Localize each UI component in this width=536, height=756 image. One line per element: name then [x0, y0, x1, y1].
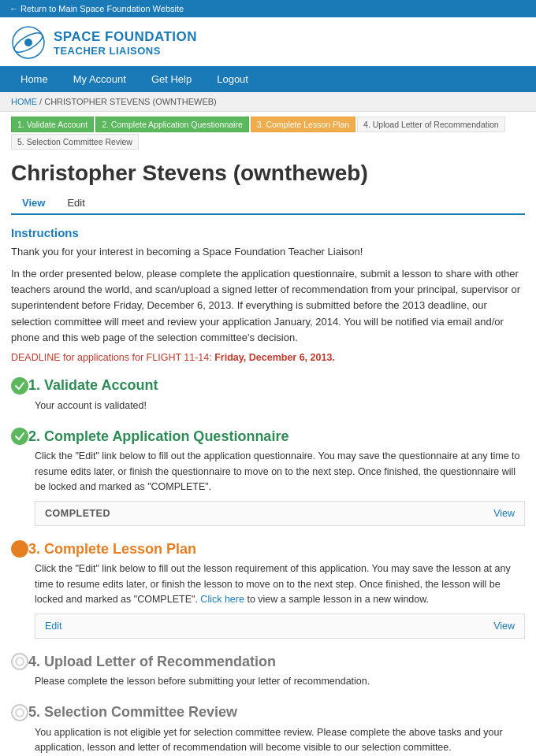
step2-status: COMPLETED	[45, 508, 110, 519]
page-title-area: Christopher Stevens (owntheweb)	[0, 150, 536, 186]
step3-icon	[11, 540, 28, 558]
svg-point-4	[16, 658, 24, 665]
step5-icon	[11, 704, 28, 721]
main-content: Instructions Thank you for your interest…	[0, 215, 536, 756]
step5-title: 5. Selection Committee Review	[28, 704, 237, 721]
breadcrumb-home[interactable]: HOME	[11, 97, 37, 106]
page-title: Christopher Stevens (owntheweb)	[11, 161, 525, 186]
tab-edit[interactable]: Edit	[56, 192, 95, 213]
step3-view-link[interactable]: View	[493, 621, 515, 632]
step3-edit-view-box: Edit View	[35, 613, 525, 639]
step2-title-row: 2. Complete Application Questionnaire	[11, 428, 525, 445]
logo-text: SPACE FOUNDATION TEACHER LIAISONS	[54, 29, 197, 57]
step2-title: 2. Complete Application Questionnaire	[28, 428, 288, 445]
step3-title: 3. Complete Lesson Plan	[28, 541, 196, 558]
step1-section: 1. Validate Account Your account is vali…	[11, 377, 525, 413]
step-bar-item-5[interactable]: 5. Selection Committee Review	[11, 134, 139, 150]
step4-title-row: 4. Upload Letter of Recommendation	[11, 653, 525, 670]
breadcrumb-current: CHRISTOPHER STEVENS (OWNTHEWEB)	[44, 97, 217, 106]
breadcrumb: HOME / CHRISTOPHER STEVENS (OWNTHEWEB)	[0, 92, 536, 112]
step3-body: Click the "Edit" link below to fill out …	[35, 561, 525, 607]
step1-icon	[11, 377, 28, 395]
step2-section: 2. Complete Application Questionnaire Cl…	[11, 428, 525, 526]
step4-title: 4. Upload Letter of Recommendation	[28, 654, 276, 670]
logo-icon	[11, 25, 46, 60]
instructions-heading: Instructions	[11, 226, 525, 239]
nav-logout[interactable]: Logout	[204, 66, 261, 92]
view-edit-tabs: View Edit	[11, 192, 525, 215]
deadline-date: Friday, December 6, 2013.	[214, 352, 335, 363]
step2-icon	[11, 428, 28, 445]
step3-click-here[interactable]: Click here	[200, 594, 244, 605]
step1-title-row: 1. Validate Account	[11, 377, 525, 395]
step5-section: 5. Selection Committee Review You applic…	[11, 704, 525, 756]
step5-body: You application is not eligible yet for …	[35, 725, 525, 756]
step-bar-item-4[interactable]: 4. Upload Letter of Recommendation	[357, 117, 505, 132]
step2-body: Click the "Edit" link below to fill out …	[35, 449, 525, 495]
step3-edit-link[interactable]: Edit	[45, 621, 62, 632]
steps-bar: 1. Validate Account 2. Complete Applicat…	[0, 112, 536, 150]
step5-title-row: 5. Selection Committee Review	[11, 704, 525, 721]
return-link[interactable]: ← Return to Main Space Foundation Websit…	[9, 4, 184, 13]
deadline-text: DEADLINE for applications for FLIGHT 11-…	[11, 352, 525, 363]
step-bar-item-1[interactable]: 1. Validate Account	[11, 117, 94, 132]
step4-section: 4. Upload Letter of Recommendation Pleas…	[11, 653, 525, 689]
step-bar-item-2[interactable]: 2. Complete Application Questionnaire	[95, 117, 249, 132]
nav-my-account[interactable]: My Account	[61, 66, 139, 92]
step4-icon	[11, 653, 28, 670]
instructions-para1: Thank you for your interest in becoming …	[11, 244, 525, 260]
step2-view-link[interactable]: View	[493, 508, 515, 519]
step1-title: 1. Validate Account	[28, 377, 158, 394]
nav-get-help[interactable]: Get Help	[139, 66, 204, 92]
top-bar: ← Return to Main Space Foundation Websit…	[0, 0, 536, 17]
step3-section: 3. Complete Lesson Plan Click the "Edit"…	[11, 540, 525, 639]
logo-line1: SPACE FOUNDATION	[54, 29, 197, 45]
instructions-section: Instructions Thank you for your interest…	[11, 226, 525, 363]
svg-point-3	[16, 545, 24, 553]
deadline-prefix: DEADLINE for applications for FLIGHT 11-…	[11, 352, 214, 363]
instructions-para2: In the order presented below, please com…	[11, 266, 525, 346]
step1-body: Your account is validated!	[35, 398, 525, 413]
tab-view[interactable]: View	[11, 192, 56, 215]
logo-line2: TEACHER LIAISONS	[54, 45, 197, 57]
step3-title-row: 3. Complete Lesson Plan	[11, 540, 525, 558]
svg-point-5	[16, 709, 24, 717]
logo-area: SPACE FOUNDATION TEACHER LIAISONS	[0, 17, 536, 66]
step-bar-item-3[interactable]: 3. Complete Lesson Plan	[251, 117, 355, 132]
svg-point-2	[24, 39, 32, 46]
step4-body: Please complete the lesson before submit…	[35, 674, 525, 689]
step2-completed-box: COMPLETED View	[35, 501, 525, 526]
nav-bar: Home My Account Get Help Logout	[0, 66, 536, 92]
nav-home[interactable]: Home	[8, 66, 61, 92]
